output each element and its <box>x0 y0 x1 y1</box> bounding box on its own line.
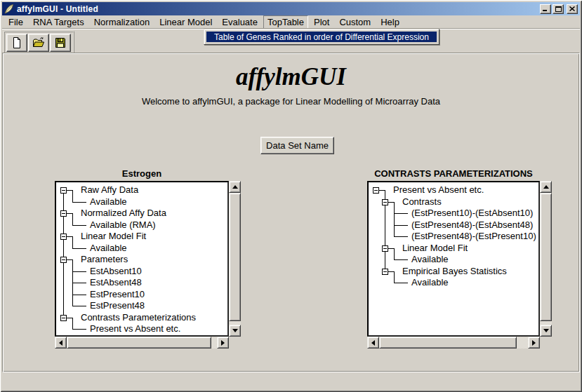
tree-expand-box-icon[interactable] <box>59 231 68 243</box>
right-vertical-scrollbar[interactable] <box>540 181 552 337</box>
tree-line <box>381 277 390 289</box>
open-file-button[interactable] <box>28 34 49 52</box>
tree-node-label[interactable]: Contrasts <box>402 196 442 208</box>
new-file-button[interactable] <box>6 34 27 52</box>
scroll-right-button[interactable] <box>528 337 540 349</box>
tree-node-label[interactable]: (EstPresent10)-(EstAbsent10) <box>411 208 533 219</box>
tree-row[interactable]: Linear Model Fit <box>371 243 538 255</box>
right-horizontal-scrollbar[interactable] <box>367 337 540 349</box>
menu-title-file[interactable]: File <box>4 15 27 29</box>
menu-title-normalization[interactable]: Normalization <box>90 15 154 29</box>
tree-row[interactable]: EstPresent48 <box>59 300 227 312</box>
tree-row[interactable]: Available <box>59 243 227 255</box>
menu-title-evaluate[interactable]: Evaluate <box>218 15 262 29</box>
tree-row[interactable]: Available <box>371 254 538 266</box>
tree-row[interactable]: (EstPresent48)-(EstPresent10) <box>371 231 538 243</box>
left-vertical-scrollbar[interactable] <box>229 181 241 337</box>
tree-node-label[interactable]: Linear Model Fit <box>402 243 468 255</box>
tree-node-label[interactable]: Available (RMA) <box>90 219 156 231</box>
tree-node-label[interactable]: Empirical Bayes Statistics <box>402 266 507 278</box>
tree-row[interactable]: EstPresent10 <box>59 289 227 301</box>
tree-node-label[interactable]: EstPresent48 <box>90 300 145 312</box>
tree-node-label[interactable]: (EstPresent48)-(EstAbsent48) <box>411 219 533 231</box>
tree-line <box>59 289 68 301</box>
tree-line <box>371 196 381 208</box>
tree-row[interactable]: (EstPresent10)-(EstAbsent10) <box>371 208 538 219</box>
tree-expand-box-icon[interactable] <box>59 312 68 324</box>
scrollbar-thumb[interactable] <box>379 337 517 349</box>
scrollbar-thumb[interactable] <box>540 193 552 321</box>
tree-expand-box-icon[interactable] <box>381 196 390 208</box>
scroll-down-button[interactable] <box>540 325 552 337</box>
tree-row[interactable]: Empirical Bayes Statistics <box>371 266 538 278</box>
tree-row[interactable]: Contrasts Parameterizations <box>59 312 227 324</box>
close-button[interactable] <box>567 4 578 14</box>
tree-node-label[interactable]: Normalized Affy Data <box>81 208 166 219</box>
tree-row[interactable]: Linear Model Fit <box>59 231 227 243</box>
tree-line <box>399 254 408 266</box>
tree-row[interactable]: Contrasts <box>371 196 538 208</box>
tree-row[interactable]: Available (RMA) <box>59 219 227 231</box>
scroll-up-button[interactable] <box>540 181 552 193</box>
tree-node-label[interactable]: Present vs Absent etc. <box>393 184 484 196</box>
scrollbar-thumb[interactable] <box>229 193 241 321</box>
tree-node-label[interactable]: Available <box>90 243 127 255</box>
tree-node-label[interactable]: Present vs Absent etc. <box>90 323 180 335</box>
tree-row[interactable]: EstAbsent48 <box>59 277 227 289</box>
tree-row[interactable]: EstAbsent10 <box>59 266 227 278</box>
tree-node-label[interactable]: Raw Affy Data <box>81 184 138 196</box>
scroll-left-button[interactable] <box>55 337 67 349</box>
tree-row[interactable]: Parameters <box>59 254 227 266</box>
scroll-right-button[interactable] <box>217 337 229 349</box>
left-horizontal-scrollbar[interactable] <box>55 337 229 349</box>
tree-expand-box-icon[interactable] <box>371 184 381 196</box>
tree-expand-box-icon[interactable] <box>59 184 68 196</box>
menu-item-toptable-ranked-genes[interactable]: Table of Genes Ranked in order of Differ… <box>206 32 437 42</box>
tree-row[interactable]: Available <box>59 196 227 208</box>
tree-row[interactable]: Available <box>371 277 538 289</box>
scroll-down-button[interactable] <box>229 325 241 337</box>
maximize-button[interactable] <box>553 4 564 14</box>
scrollbar-thumb[interactable] <box>67 337 211 349</box>
tree-line <box>59 277 68 289</box>
tree-line <box>399 219 408 231</box>
tree-node-label[interactable]: Parameters <box>81 254 128 266</box>
scroll-up-button[interactable] <box>229 181 241 193</box>
tree-node-label[interactable]: Contrasts Parameterizations <box>81 312 196 324</box>
tree-node-label[interactable]: (EstPresent48)-(EstPresent10) <box>411 231 536 243</box>
menu-title-linear-model[interactable]: Linear Model <box>155 15 216 29</box>
tree-row[interactable]: (EstPresent48)-(EstAbsent48) <box>371 219 538 231</box>
tree-line <box>77 196 86 208</box>
tree-row[interactable]: Present vs Absent etc. <box>59 323 227 335</box>
menu-title-rna-targets[interactable]: RNA Targets <box>29 15 88 29</box>
left-tree-listbox[interactable]: Raw Affy DataAvailableNormalized Affy Da… <box>55 181 229 337</box>
tree-node-label[interactable]: Linear Model Fit <box>81 231 146 243</box>
tree-line <box>381 231 390 243</box>
tree-row[interactable]: Normalized Affy Data <box>59 208 227 219</box>
tree-expand-box-icon[interactable] <box>59 208 68 219</box>
title-bar[interactable]: affylmGUI - Untitled <box>2 2 580 15</box>
menu-title-toptable[interactable]: TopTable <box>263 15 308 29</box>
menu-title-help[interactable]: Help <box>376 15 404 29</box>
tree-node-label[interactable]: EstAbsent10 <box>90 266 142 278</box>
tree-row[interactable]: Present vs Absent etc. <box>371 184 538 196</box>
tree-expand-box-icon[interactable] <box>381 266 390 278</box>
minimize-button[interactable] <box>540 4 551 14</box>
scroll-left-button[interactable] <box>367 337 379 349</box>
tree-line <box>371 254 381 266</box>
tree-row[interactable]: Raw Affy Data <box>59 184 227 196</box>
tree-line <box>390 266 399 278</box>
save-file-button[interactable] <box>50 34 71 52</box>
tree-node-label[interactable]: Available <box>90 196 127 208</box>
menu-title-plot[interactable]: Plot <box>310 15 333 29</box>
tree-line <box>381 184 390 196</box>
tree-expand-box-icon[interactable] <box>59 254 68 266</box>
menu-title-custom[interactable]: Custom <box>335 15 375 29</box>
tree-node-label[interactable]: EstAbsent48 <box>90 277 142 289</box>
tree-node-label[interactable]: EstPresent10 <box>90 289 145 301</box>
tree-node-label[interactable]: Available <box>411 277 449 289</box>
data-set-name-button[interactable]: Data Set Name <box>260 137 334 154</box>
right-tree-listbox[interactable]: Present vs Absent etc.Contrasts(EstPrese… <box>367 181 540 337</box>
tree-expand-box-icon[interactable] <box>381 243 390 255</box>
tree-node-label[interactable]: Available <box>411 254 449 266</box>
